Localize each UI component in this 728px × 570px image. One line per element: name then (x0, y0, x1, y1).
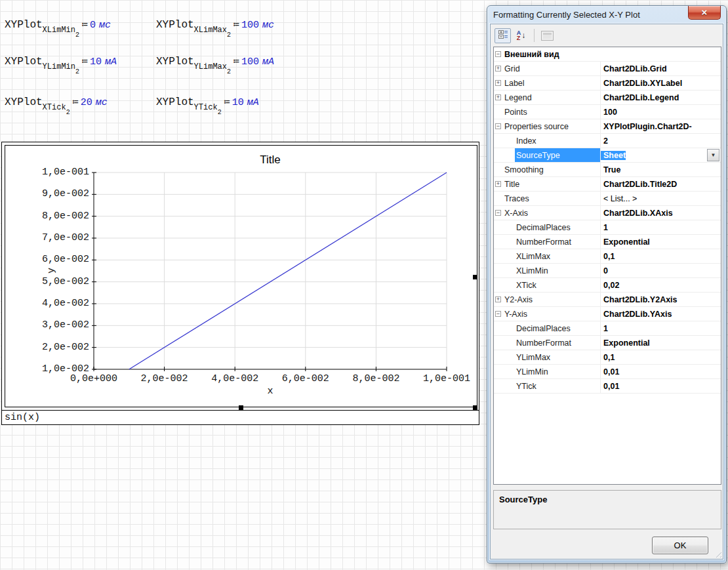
property-row-decimalplaces[interactable]: DecimalPlaces1 (494, 220, 721, 235)
property-row-xlimmin[interactable]: XLimMin0 (494, 264, 721, 278)
property-value-cell[interactable]: 2 (601, 134, 721, 148)
fx-op: ≔ (73, 97, 79, 108)
property-value: XYPlotPlugin.Chart2D- (601, 122, 692, 131)
property-value-cell[interactable]: 1 (601, 321, 721, 335)
row-gutter: + (494, 91, 503, 104)
row-gutter (494, 350, 503, 364)
property-value: Exponential (601, 237, 650, 247)
property-value-cell[interactable]: 100 (601, 105, 721, 119)
property-name-cell: XTick (503, 278, 601, 292)
property-value-cell[interactable]: 0,01 (601, 379, 721, 393)
formula-xlimmax[interactable]: XYPlotXLimMax2≔100мс (156, 18, 274, 39)
property-name-cell: Grid (503, 62, 601, 75)
y-axis-label: y (46, 268, 57, 274)
collapse-icon[interactable]: − (495, 123, 501, 129)
resize-grip[interactable] (714, 550, 721, 558)
close-button[interactable]: × (688, 6, 721, 20)
property-row-grid[interactable]: +GridChart2DLib.Grid (494, 62, 721, 76)
property-value-cell[interactable]: 0 (601, 264, 721, 277)
row-gutter (494, 192, 503, 205)
property-row-numberformat[interactable]: NumberFormatExponential (494, 336, 721, 350)
collapse-icon[interactable]: − (495, 51, 501, 57)
property-value: 1 (601, 223, 608, 232)
expand-icon[interactable]: + (495, 80, 501, 86)
property-row-ylimmin[interactable]: YLimMin0,01 (494, 365, 721, 379)
property-value-cell[interactable]: Sheet▼ (601, 148, 721, 162)
property-name-fill: Y2-Axis (503, 293, 600, 306)
expand-icon[interactable]: + (495, 181, 501, 187)
property-name: SourceType (515, 151, 560, 160)
ok-button[interactable]: OK (652, 537, 708, 554)
fx-unit: мА (105, 56, 117, 68)
chart-title: Title (94, 153, 447, 167)
property-value-cell[interactable]: Exponential (601, 235, 721, 249)
formula-xlimmin[interactable]: XYPlotXLimMin2≔0мс (5, 18, 111, 39)
expand-icon[interactable]: + (495, 94, 501, 100)
xy-plot-widget[interactable]: Title x y 1,0e-0019,0e-0028,0e-0027,0e-0… (1, 142, 479, 425)
property-row-traces[interactable]: Traces< List... > (494, 192, 721, 206)
property-row-numberformat[interactable]: NumberFormatExponential (494, 235, 721, 249)
resize-handle-right[interactable] (473, 275, 477, 279)
property-value-cell[interactable]: True (601, 163, 721, 176)
property-name-fill: YTick (515, 379, 600, 393)
property-value-cell[interactable]: Chart2DLib.Legend (601, 91, 721, 104)
property-name-fill: Points (503, 105, 600, 119)
close-icon: × (702, 7, 708, 18)
property-value-cell[interactable]: Chart2DLib.XYLabel (601, 76, 721, 90)
property-value-cell[interactable]: < List... > (601, 192, 721, 205)
dialog-titlebar[interactable]: Formatting Currently Selected X-Y Plot × (487, 6, 726, 24)
property-value-cell[interactable]: Chart2DLib.Y2Axis (601, 293, 721, 306)
fx-idx: 2 (227, 68, 231, 75)
expand-icon[interactable]: + (495, 296, 501, 302)
property-name: Y2-Axis (503, 295, 533, 304)
dropdown-button[interactable]: ▼ (707, 149, 719, 161)
formula-ylimmin[interactable]: XYPlotYLimMin2≔10мА (5, 55, 117, 75)
property-value-cell[interactable]: 0,1 (601, 350, 721, 364)
resize-handle-bottom[interactable] (239, 405, 243, 410)
property-value-cell[interactable]: 0,02 (601, 278, 721, 292)
collapse-icon[interactable]: − (495, 210, 501, 216)
property-value-cell[interactable]: Chart2DLib.XAxis (601, 206, 721, 220)
property-value-cell[interactable]: Chart2DLib.YAxis (601, 307, 721, 321)
property-row-ytick[interactable]: YTick0,01 (494, 379, 721, 394)
resize-handle-corner[interactable] (473, 405, 477, 410)
property-row-ylimmax[interactable]: YLimMax0,1 (494, 350, 721, 365)
property-row-points[interactable]: Points100 (494, 105, 721, 119)
expand-icon[interactable]: + (495, 66, 501, 71)
property-row-xtick[interactable]: XTick0,02 (494, 278, 721, 293)
row-gutter (494, 134, 503, 148)
property-row-smoothing[interactable]: SmoothingTrue (494, 163, 721, 177)
property-row-properties-source[interactable]: −Properties sourceXYPlotPlugin.Chart2D- (494, 119, 721, 134)
collapse-icon[interactable]: − (495, 311, 501, 317)
smath-worksheet: { "worksheet": { "formulas": [ {"base":"… (0, 0, 728, 570)
formula-ylimmax[interactable]: XYPlotYLimMax2≔100мА (156, 55, 274, 75)
alphabetical-sort-button[interactable]: A Z ↓ (513, 28, 529, 43)
property-row-x-axis[interactable]: −X-AxisChart2DLib.XAxis (494, 206, 721, 220)
property-value-cell[interactable]: 0,01 (601, 365, 721, 378)
formula-xtick[interactable]: XYPlotXTick2≔20мс (5, 96, 108, 116)
property-value-cell[interactable]: Exponential (601, 336, 721, 350)
property-value-cell[interactable]: XYPlotPlugin.Chart2D- (601, 119, 721, 133)
property-row-sourcetype[interactable]: SourceTypeSheet▼ (494, 148, 721, 163)
categorized-button[interactable] (495, 28, 511, 43)
formula-ytick[interactable]: XYPlotYTick2≔10мА (156, 96, 259, 116)
fx-base: XYPlot (5, 96, 43, 108)
property-row-index[interactable]: Index2 (494, 134, 721, 148)
property-value-cell[interactable]: 0,1 (601, 249, 721, 263)
property-value-cell[interactable]: Chart2DLib.Title2D (601, 177, 721, 191)
property-row-legend[interactable]: +LegendChart2DLib.Legend (494, 91, 721, 105)
property-name-fill: Smoothing (503, 163, 600, 176)
property-row-внешний-вид[interactable]: −Внешний вид (494, 47, 721, 62)
property-name: Legend (503, 93, 532, 102)
trace-expression[interactable]: sin(x) (2, 410, 479, 424)
property-row-decimalplaces[interactable]: DecimalPlaces1 (494, 321, 721, 336)
y-tick-label: 3,0e-002 (5, 319, 89, 331)
property-row-label[interactable]: +LabelChart2DLib.XYLabel (494, 76, 721, 91)
property-row-y-axis[interactable]: −Y-AxisChart2DLib.YAxis (494, 307, 721, 321)
property-row-title[interactable]: +TitleChart2DLib.Title2D (494, 177, 721, 192)
property-value-cell[interactable]: Chart2DLib.Grid (601, 62, 721, 75)
property-row-y2-axis[interactable]: +Y2-AxisChart2DLib.Y2Axis (494, 293, 721, 307)
property-value-cell[interactable]: 1 (601, 220, 721, 234)
property-name-cell: YTick (503, 379, 601, 393)
property-row-xlimmax[interactable]: XLimMax0,1 (494, 249, 721, 264)
